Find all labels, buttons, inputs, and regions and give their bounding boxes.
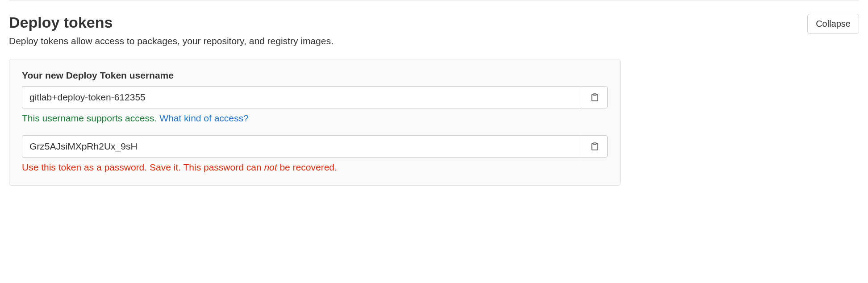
main-content: Deploy tokens Deploy tokens allow access… [9, 14, 789, 186]
clipboard-icon [590, 142, 599, 151]
token-warning-emphasis: not [264, 162, 277, 172]
copy-token-button[interactable] [582, 135, 608, 158]
username-help-prefix: This username supports access. [22, 113, 159, 123]
access-help-link[interactable]: What kind of access? [159, 113, 249, 123]
token-warning-text: Use this token as a password. Save it. T… [22, 162, 608, 173]
username-field[interactable] [22, 86, 582, 108]
username-label: Your new Deploy Token username [22, 70, 608, 81]
copy-username-button[interactable] [582, 86, 608, 108]
token-field[interactable] [22, 135, 582, 158]
clipboard-icon [590, 93, 599, 102]
token-input-group [22, 135, 608, 158]
token-warning-prefix: Use this token as a password. Save it. T… [22, 162, 264, 172]
collapse-button[interactable]: Collapse [807, 14, 859, 34]
section-divider [9, 0, 859, 0]
username-input-group [22, 86, 608, 108]
deploy-tokens-section: Deploy tokens Deploy tokens allow access… [0, 14, 868, 186]
new-token-panel: Your new Deploy Token username This user… [9, 59, 621, 186]
page-title: Deploy tokens [9, 14, 789, 31]
section-description: Deploy tokens allow access to packages, … [9, 36, 789, 46]
token-warning-suffix: be recovered. [277, 162, 337, 172]
username-help-text: This username supports access. What kind… [22, 113, 608, 124]
